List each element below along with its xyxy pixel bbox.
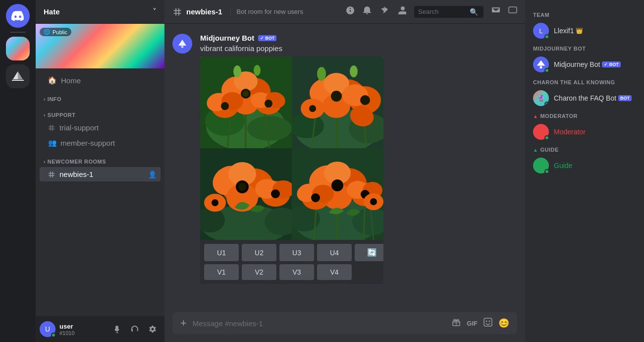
- category-info[interactable]: › INFO: [36, 88, 164, 104]
- svg-rect-4: [49, 173, 54, 174]
- status-dot: [51, 333, 56, 338]
- chevron-right-icon: ›: [44, 97, 46, 102]
- bot-badge: ✓ BOT: [258, 35, 276, 41]
- svg-rect-5: [49, 175, 54, 176]
- svg-point-90: [331, 179, 343, 191]
- home-icon: 🏠: [48, 76, 57, 85]
- chevron-right-icon: ›: [44, 113, 46, 118]
- member-item-mj-bot[interactable]: Midjourney Bot ✓ BOT: [529, 54, 640, 75]
- svg-rect-8: [174, 10, 181, 11]
- category-newcomer[interactable]: › NEWCOMER ROOMS: [36, 151, 164, 167]
- svg-point-14: [181, 46, 184, 48]
- threads-icon[interactable]: [346, 6, 355, 17]
- upscale-1-button[interactable]: U1: [204, 244, 239, 261]
- chevron-down-icon: ˅: [153, 7, 157, 16]
- status-dot: [544, 135, 549, 140]
- message-group: Midjourney Bot ✓ BOT vibrant california …: [164, 32, 525, 286]
- variation-1-button[interactable]: V1: [204, 264, 239, 280]
- people-icon: 👥: [48, 138, 56, 147]
- svg-rect-0: [49, 126, 54, 127]
- server-header[interactable]: Hate ˅: [36, 0, 164, 24]
- server-icon-sailboat[interactable]: [6, 64, 30, 88]
- upscale-4-button[interactable]: U4: [317, 244, 352, 261]
- svg-point-32: [221, 102, 229, 110]
- category-support[interactable]: › SUPPORT: [36, 104, 164, 120]
- svg-point-38: [254, 65, 261, 76]
- bot-badge: ✓ BOT: [602, 61, 621, 67]
- svg-point-59: [350, 65, 358, 77]
- user-discriminator: #1010: [59, 330, 107, 336]
- verified-check-icon: ✓: [260, 36, 264, 41]
- upscale-2-button[interactable]: U2: [242, 244, 276, 261]
- member-item-charon[interactable]: 🔮 Charon the FAQ Bot BOT: [529, 87, 640, 109]
- settings-button[interactable]: [145, 321, 161, 337]
- member-item-guide[interactable]: Guide: [529, 155, 640, 176]
- channel-trial-support[interactable]: trial-support: [40, 120, 161, 135]
- channel-member-support[interactable]: 👥 member-support: [40, 135, 161, 150]
- message-input[interactable]: [193, 319, 446, 328]
- svg-point-28: [243, 91, 249, 97]
- svg-point-55: [360, 95, 370, 105]
- notifications-icon[interactable]: [363, 6, 372, 17]
- input-right-icons: GIF 😊: [452, 318, 509, 329]
- sticker-button[interactable]: [483, 318, 492, 329]
- grid-cell-3[interactable]: [200, 148, 292, 240]
- member-name-mj-bot: Midjourney Bot ✓ BOT: [554, 60, 621, 68]
- svg-point-74: [271, 189, 280, 198]
- member-avatar-charon: 🔮: [533, 90, 549, 106]
- header-icons: 🔍: [346, 6, 517, 18]
- variation-4-button[interactable]: V4: [317, 264, 352, 280]
- search-input[interactable]: [418, 8, 468, 15]
- member-category-guide: ▲ GUIDE: [529, 143, 640, 155]
- svg-rect-6: [50, 171, 51, 177]
- variation-2-button[interactable]: V2: [242, 264, 276, 280]
- svg-point-51: [331, 91, 342, 102]
- svg-rect-12: [509, 7, 517, 13]
- headphone-button[interactable]: [127, 321, 143, 337]
- svg-point-94: [311, 193, 320, 202]
- nav-home[interactable]: 🏠 Home: [40, 73, 161, 88]
- server-icon-hate[interactable]: [6, 37, 30, 60]
- upscale-3-button[interactable]: U3: [279, 244, 314, 261]
- message-header: Midjourney Bot ✓ BOT: [200, 34, 517, 42]
- gif-button[interactable]: GIF: [467, 320, 478, 327]
- channel-list: 🏠 Home › INFO › SUPPORT trial-support 👥 …: [36, 68, 164, 316]
- chat-input-bar: + GIF 😊: [172, 312, 517, 334]
- image-grid[interactable]: [200, 57, 383, 240]
- status-dot: [544, 102, 549, 106]
- svg-point-105: [540, 66, 542, 68]
- variation-3-button[interactable]: V3: [279, 264, 314, 280]
- member-category-team: TEAM: [529, 8, 640, 20]
- svg-point-57: [309, 105, 316, 112]
- grid-cell-1[interactable]: [200, 57, 292, 148]
- refresh-icon: 🔄: [367, 248, 377, 257]
- add-member-icon: 👤: [148, 171, 157, 178]
- channel-sidebar: Hate ˅ 🌐 Public 🏠 Home › INFO › SUPPORT …: [36, 0, 164, 342]
- screen-icon[interactable]: [508, 6, 517, 17]
- emoji-button[interactable]: 😊: [498, 318, 509, 329]
- member-item-llexif1[interactable]: L Llexif1 👑: [529, 20, 640, 42]
- member-name-guide: Guide: [554, 162, 572, 170]
- member-item-moderator[interactable]: Moderator: [529, 121, 640, 143]
- guide-role-icon: ▲: [533, 147, 538, 153]
- add-attachment-button[interactable]: +: [180, 317, 187, 330]
- inbox-icon[interactable]: [491, 6, 500, 17]
- refresh-button[interactable]: 🔄: [355, 244, 383, 261]
- microphone-button[interactable]: [109, 321, 125, 337]
- grid-cell-4[interactable]: [292, 148, 383, 240]
- variation-button-row: V1 V2 V3 V4: [204, 264, 379, 280]
- chat-header: newbies-1 Bot room for new users 🔍: [164, 0, 525, 24]
- server-list: [0, 0, 36, 342]
- image-grid-container: U1 U2 U3 U4 🔄 V1 V2 V3 V4: [200, 57, 383, 284]
- pin-icon[interactable]: [379, 6, 388, 17]
- server-banner: 🌐 Public: [36, 24, 164, 68]
- add-members-icon[interactable]: [396, 6, 406, 17]
- grid-cell-2[interactable]: [292, 57, 383, 148]
- member-avatar-guide: [533, 158, 549, 173]
- message-author: Midjourney Bot: [200, 34, 254, 42]
- gift-icon[interactable]: [452, 318, 461, 329]
- search-icon: 🔍: [470, 8, 478, 16]
- discord-home-button[interactable]: [6, 4, 30, 28]
- search-bar[interactable]: 🔍: [414, 6, 483, 18]
- channel-newbies-1[interactable]: newbies-1 👤: [40, 167, 161, 181]
